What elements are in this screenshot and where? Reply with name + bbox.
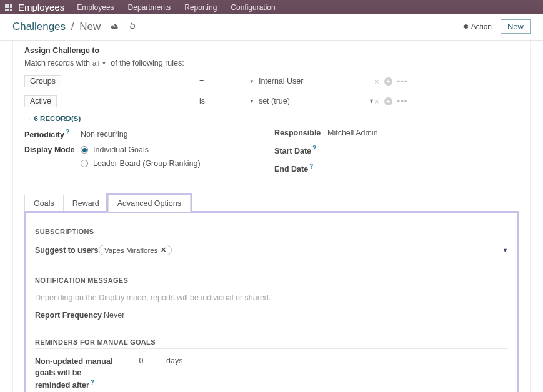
more-rule-icon[interactable]: ••• [397,97,408,106]
reminder-value[interactable]: 0 [116,356,166,365]
subheader: Challenges / New Action New [0,14,543,41]
chevron-down-icon: ▼ [101,61,106,66]
reminder-label: Non-updated manual goals will be reminde… [35,356,116,391]
display-mode-label: Display Mode [24,145,81,154]
radio-leaderboard[interactable]: Leader Board (Group Ranking) [81,159,201,168]
grid-icon[interactable] [5,4,12,11]
rule-op[interactable]: is [199,97,249,105]
menu-reporting[interactable]: Reporting [184,3,217,12]
caret-left-icon: ▼ [249,99,254,104]
top-bar: Employees Employees Departments Reportin… [0,0,543,14]
add-rule-icon[interactable]: + [384,77,392,86]
rule-value[interactable]: ▼ set (true) ▼ [249,97,374,105]
periodicity-value[interactable]: Non recurring [81,130,128,139]
add-rule-icon[interactable]: + [384,97,392,105]
help-icon[interactable]: ? [309,163,313,170]
discard-icon[interactable] [128,21,137,32]
section-subscriptions: SUBSCRIPTIONS [35,228,508,238]
form: Assign Challenge to Match records with a… [12,41,531,392]
match-prefix: Match records with [24,59,90,67]
match-scope[interactable]: all ▼ [92,59,108,67]
notif-help: Depending on the Display mode, reports w… [35,293,508,302]
radio-icon [81,160,88,167]
help-icon[interactable]: ? [91,379,94,386]
suggest-label: Suggest to users [35,246,99,255]
reminder-unit: days [166,356,182,365]
user-chip[interactable]: Vapes Miraflores ✕ [99,245,172,255]
periodicity-label: Periodicity? [24,129,81,139]
end-date-label: End Date? [274,163,327,174]
text-cursor [174,245,174,255]
tab-advanced[interactable]: Advanced Options [108,195,191,212]
report-freq-value[interactable]: Never [104,311,124,320]
chevron-down-icon[interactable]: ▼ [502,247,508,253]
section-reminders: REMINDERS FOR MANUAL GOALS [35,338,508,349]
rule-op[interactable]: = [199,77,249,86]
remove-chip-icon[interactable]: ✕ [161,246,166,254]
breadcrumb: Challenges / New [12,21,101,33]
help-icon[interactable]: ? [66,129,69,135]
more-rule-icon[interactable]: ••• [397,77,408,86]
menu-employees[interactable]: Employees [77,3,114,12]
tabs: Goals Reward Advanced Options [24,195,519,212]
gear-icon [462,23,469,30]
match-suffix: of the following rules: [111,59,184,67]
chevron-down-icon: ▼ [369,98,374,104]
responsible-value[interactable]: Mitchell Admin [327,129,378,137]
action-label: Action [471,22,492,31]
match-row: Match records with all ▼ of the followin… [24,59,519,67]
caret-left-icon: ▼ [249,79,254,84]
records-link[interactable]: → 6 RECORD(S) [24,115,519,122]
rule-field[interactable]: Groups [24,75,61,87]
radio-individual[interactable]: Individual Goals [81,145,201,154]
arrow-right-icon: → [24,115,32,122]
assign-title: Assign Challenge to [24,46,519,55]
section-notifications: NOTIFICATION MESSAGES [35,277,508,287]
tab-reward[interactable]: Reward [63,195,109,212]
app-brand[interactable]: Employees [18,2,64,12]
action-button[interactable]: Action [462,22,492,31]
report-freq-label: Report Frequency [35,311,104,320]
menu-configuration[interactable]: Configuration [231,3,275,12]
responsible-label: Responsible [274,129,327,137]
remove-rule-icon[interactable]: × [374,97,379,106]
rule-row: Active is ▼ set (true) ▼ × + ••• [24,95,519,107]
radio-icon [81,146,88,154]
remove-rule-icon[interactable]: × [374,77,379,86]
new-button[interactable]: New [501,19,531,34]
menu-departments[interactable]: Departments [128,3,171,12]
rule-field[interactable]: Active [24,95,57,107]
rule-value[interactable]: ▼ Internal User [249,77,374,86]
help-icon[interactable]: ? [312,145,316,152]
tab-goals[interactable]: Goals [24,195,64,212]
rule-row: Groups = ▼ Internal User × + ••• [24,75,519,87]
breadcrumb-root[interactable]: Challenges [12,21,66,32]
advanced-panel: SUBSCRIPTIONS Suggest to users Vapes Mir… [24,211,519,392]
cloud-upload-icon[interactable] [109,22,119,32]
start-date-label: Start Date? [274,145,327,155]
breadcrumb-leaf: New [79,21,101,32]
